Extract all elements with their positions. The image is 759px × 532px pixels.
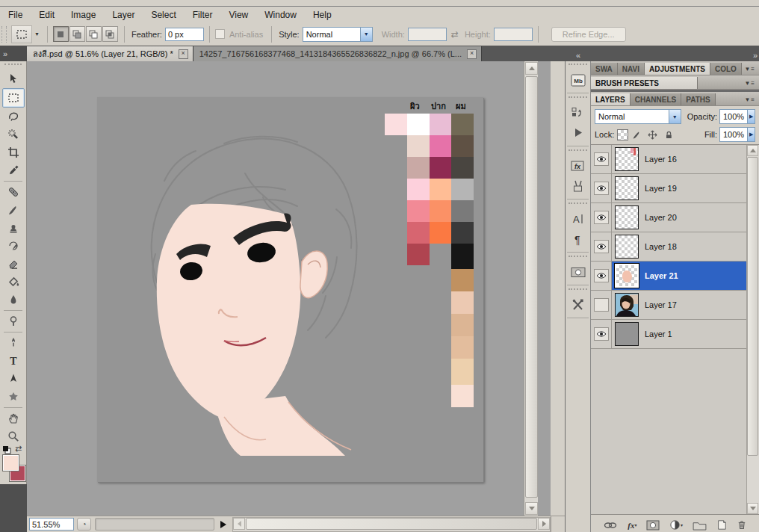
document-tab-1[interactable]: ลงสี.psd @ 51.6% (Layer 21, RGB/8) *×: [27, 46, 193, 61]
menu-file[interactable]: File: [0, 8, 31, 22]
menu-filter[interactable]: Filter: [185, 8, 221, 22]
layer-main[interactable]: Layer 20: [612, 203, 759, 232]
layer-thumbnail[interactable]: [615, 235, 639, 259]
lasso-tool[interactable]: [3, 108, 24, 126]
tab-adjustments[interactable]: ADJUSTMENTS: [645, 63, 710, 75]
layer-row-layer-20[interactable]: Layer 20: [591, 203, 759, 232]
new-adjustment-layer-button[interactable]: ▾: [669, 519, 683, 531]
eye-icon[interactable]: [594, 211, 609, 224]
eye-icon[interactable]: [594, 152, 609, 166]
scroll-left-button[interactable]: [233, 518, 245, 530]
clone-stamp-tool[interactable]: [3, 219, 24, 237]
tab-brush-presets[interactable]: BRUSH PRESETS: [591, 77, 698, 89]
selection-mode-intersect-button[interactable]: [102, 26, 118, 42]
blur-tool[interactable]: [3, 291, 24, 309]
layer-main[interactable]: Layer 18: [612, 232, 759, 261]
link-layers-button[interactable]: [603, 520, 618, 531]
dock-collapse-right-button[interactable]: »: [732, 48, 759, 61]
styles-fx-panel-icon[interactable]: fx: [568, 156, 589, 176]
layer-thumbnail[interactable]: [615, 322, 639, 346]
layer-row-layer-16[interactable]: Layer 16: [591, 145, 759, 174]
canvas-area[interactable]: ผิวปากผม: [27, 61, 551, 516]
actions-panel-icon[interactable]: [568, 123, 589, 143]
layers-scroll-up-button[interactable]: [747, 145, 758, 156]
visibility-cell[interactable]: [591, 291, 612, 319]
brush-tool[interactable]: [3, 201, 24, 219]
menu-window[interactable]: Window: [256, 8, 305, 22]
visibility-cell[interactable]: [591, 145, 612, 173]
current-tool-button[interactable]: [11, 25, 32, 43]
layers-scrollbar[interactable]: [746, 145, 759, 514]
opacity-field[interactable]: 100%▶: [719, 109, 755, 124]
crop-tool[interactable]: [3, 143, 24, 161]
visibility-cell[interactable]: [591, 262, 612, 290]
menu-image[interactable]: Image: [63, 8, 104, 22]
layer-row-layer-19[interactable]: Layer 19: [591, 174, 759, 203]
foreground-color-well[interactable]: [2, 454, 19, 471]
rectangular-marquee-tool[interactable]: [2, 88, 25, 108]
new-group-button[interactable]: [693, 520, 707, 531]
lock-all-button[interactable]: [661, 128, 675, 141]
masks-panel-icon[interactable]: [568, 262, 589, 282]
tab-close-icon[interactable]: ×: [179, 49, 188, 59]
layer-main[interactable]: Layer 21: [612, 262, 759, 290]
paint-bucket-tool[interactable]: [3, 273, 24, 291]
lock-pixels-button[interactable]: [630, 128, 644, 141]
scroll-right-button[interactable]: [538, 518, 550, 530]
default-colors-icon[interactable]: [2, 445, 13, 454]
menu-layer[interactable]: Layer: [104, 8, 143, 22]
dodge-tool[interactable]: [3, 312, 24, 330]
menu-select[interactable]: Select: [143, 8, 184, 22]
document-tab-2[interactable]: 14257_716756168377468_141318436552683682…: [193, 46, 482, 61]
fill-field[interactable]: 100%▶: [719, 127, 755, 142]
layer-row-layer-1[interactable]: Layer 1: [591, 320, 759, 349]
status-menu-arrow[interactable]: [220, 521, 226, 528]
lock-position-button[interactable]: [645, 128, 660, 141]
toolbox-collapse-button[interactable]: »: [0, 46, 27, 61]
hand-tool[interactable]: [3, 409, 24, 427]
layer-thumbnail[interactable]: [615, 264, 639, 288]
delete-layer-button[interactable]: [737, 519, 747, 531]
lock-transparency-button[interactable]: [617, 129, 628, 140]
layer-thumbnail[interactable]: [615, 293, 639, 317]
history-panel-icon[interactable]: [568, 103, 589, 123]
eye-icon[interactable]: [594, 182, 609, 195]
move-tool[interactable]: [3, 70, 24, 88]
brush-presets-menu-icon[interactable]: ▼≡: [744, 80, 759, 89]
blend-mode-select[interactable]: Normal▼: [595, 109, 681, 124]
scroll-down-button[interactable]: [525, 502, 538, 515]
selection-mode-add-button[interactable]: [69, 26, 85, 42]
add-layer-mask-button[interactable]: [646, 520, 660, 531]
layer-style-button[interactable]: fx▾: [628, 521, 636, 530]
paragraph-panel-icon[interactable]: ¶: [568, 229, 589, 249]
visibility-cell[interactable]: [591, 320, 612, 348]
menu-help[interactable]: Help: [305, 8, 340, 22]
eye-icon[interactable]: [594, 240, 609, 253]
style-select[interactable]: Normal▼: [303, 27, 373, 42]
tab-menu-icon[interactable]: ▼≡: [744, 96, 759, 105]
path-selection-tool[interactable]: [3, 370, 24, 388]
horizontal-scroll-thumb[interactable]: [246, 518, 537, 530]
layer-row-layer-21[interactable]: Layer 21: [591, 262, 759, 291]
anti-alias-checkbox[interactable]: [215, 29, 225, 39]
feather-input[interactable]: 0 px: [165, 28, 204, 41]
tab-close-icon[interactable]: ×: [467, 49, 477, 59]
tab-navi[interactable]: NAVI: [618, 63, 645, 75]
eraser-tool[interactable]: [3, 255, 24, 273]
custom-shape-tool[interactable]: [3, 388, 24, 406]
eye-icon[interactable]: [594, 327, 609, 341]
selection-mode-subtract-button[interactable]: [86, 26, 102, 42]
zoom-level-field[interactable]: 51.55%: [29, 518, 74, 531]
tab-layers[interactable]: LAYERS: [591, 93, 631, 105]
spot-healing-brush-tool[interactable]: [3, 183, 24, 201]
tab-swa[interactable]: SWA: [591, 63, 618, 75]
swap-colors-icon[interactable]: ⇄: [15, 444, 22, 454]
dock-collapse-left-button[interactable]: «: [565, 48, 590, 61]
layer-row-layer-17[interactable]: Layer 17: [591, 291, 759, 320]
visibility-cell[interactable]: [591, 174, 612, 202]
zoom-tool[interactable]: [3, 427, 24, 445]
mini-bridge-panel-icon[interactable]: Mb: [568, 70, 589, 90]
menu-view[interactable]: View: [220, 8, 256, 22]
layer-main[interactable]: Layer 17: [612, 291, 759, 319]
canvas-vertical-scrollbar[interactable]: [524, 61, 538, 516]
